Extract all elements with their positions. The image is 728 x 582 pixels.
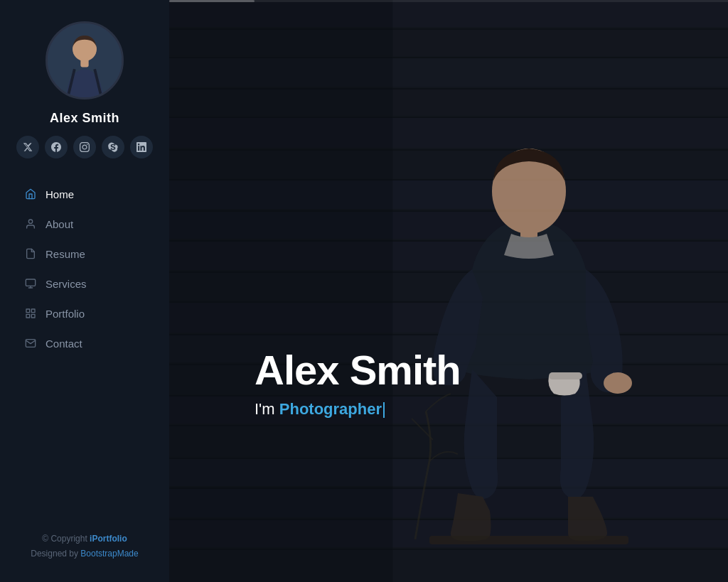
sidebar-user-name: Alex Smith xyxy=(50,111,119,126)
nav-item-contact[interactable]: Contact xyxy=(13,329,156,357)
mail-icon xyxy=(24,337,37,350)
nav-item-portfolio[interactable]: Portfolio xyxy=(13,299,156,328)
twitter-link[interactable] xyxy=(16,136,39,158)
svg-point-4 xyxy=(28,220,32,223)
sidebar: Alex Smith Home xyxy=(0,0,169,582)
nav-portfolio-label: Portfolio xyxy=(46,308,85,320)
hero-subtitle: I'm Photographer xyxy=(255,400,461,419)
avatar xyxy=(46,21,124,99)
nav-item-services[interactable]: Services xyxy=(13,269,156,298)
svg-rect-9 xyxy=(31,309,35,313)
nav-contact-label: Contact xyxy=(46,338,82,350)
typing-cursor xyxy=(383,402,385,418)
nav-home-label: Home xyxy=(46,188,74,200)
svg-point-55 xyxy=(604,372,632,394)
hero-name: Alex Smith xyxy=(255,347,461,393)
scroll-indicator xyxy=(169,0,728,2)
designed-by-text: Designed by xyxy=(31,549,80,559)
svg-rect-3 xyxy=(80,59,88,67)
sidebar-footer: © Copyright iPortfolio Designed by Boots… xyxy=(23,532,145,568)
linkedin-link[interactable] xyxy=(130,136,153,158)
portfolio-icon xyxy=(24,307,37,320)
nav-item-about[interactable]: About xyxy=(13,210,156,238)
hero-background xyxy=(169,0,728,582)
hero-content: Alex Smith I'm Photographer xyxy=(255,347,461,419)
nav-item-home[interactable]: Home xyxy=(13,180,156,208)
nav-item-resume[interactable]: Resume xyxy=(13,239,156,268)
main-content: Alex Smith I'm Photographer xyxy=(169,0,728,582)
nav-services-label: Services xyxy=(46,278,87,290)
hero-typed-text: Photographer xyxy=(279,400,382,418)
svg-rect-8 xyxy=(26,309,30,313)
facebook-link[interactable] xyxy=(45,136,68,158)
social-links xyxy=(16,136,153,158)
nav-about-label: About xyxy=(46,218,73,230)
home-icon xyxy=(24,188,37,200)
svg-rect-11 xyxy=(26,314,30,318)
svg-rect-54 xyxy=(549,372,582,379)
svg-rect-10 xyxy=(31,314,35,318)
designer-link[interactable]: BootstrapMade xyxy=(80,549,138,559)
svg-rect-5 xyxy=(26,279,35,286)
copyright-text: © Copyright xyxy=(42,534,90,544)
instagram-link[interactable] xyxy=(73,136,96,158)
services-icon xyxy=(24,277,37,290)
brand-link[interactable]: iPortfolio xyxy=(90,534,127,544)
hero-subtitle-static: I'm xyxy=(255,400,279,418)
skype-link[interactable] xyxy=(102,136,124,158)
file-icon xyxy=(24,247,37,260)
nav-menu: Home About Resume xyxy=(0,180,169,357)
svg-rect-56 xyxy=(429,536,628,544)
nav-resume-label: Resume xyxy=(46,248,85,260)
user-icon xyxy=(24,217,37,230)
